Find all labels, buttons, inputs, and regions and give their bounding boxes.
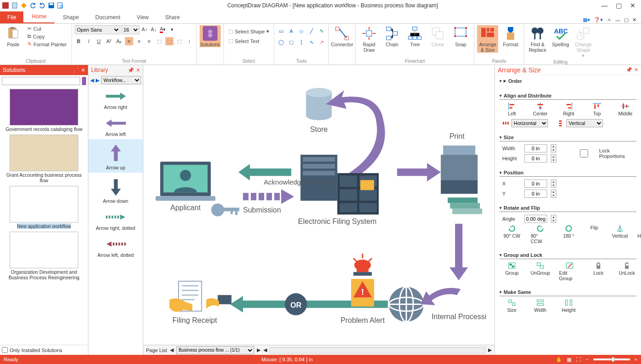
- flip-horizontal-button[interactable]: Horizontal: [639, 225, 641, 244]
- only-installed-checkbox[interactable]: [2, 347, 8, 353]
- same-height-button[interactable]: Height: [559, 299, 578, 313]
- inner-max-icon[interactable]: ▢: [624, 17, 629, 23]
- lib-next-icon[interactable]: ▶: [96, 77, 99, 83]
- library-selector[interactable]: Workflow...: [101, 76, 141, 84]
- grid-icon[interactable]: ▦▾: [583, 17, 590, 23]
- library-item[interactable]: Arrow up: [88, 139, 143, 173]
- same-width-button[interactable]: Width: [531, 299, 550, 313]
- submission-arrow[interactable]: [243, 189, 294, 204]
- help-icon[interactable]: ❓▾: [594, 17, 603, 23]
- tab-view[interactable]: View: [129, 11, 157, 23]
- align-right-button[interactable]: Right: [559, 103, 578, 116]
- zoom-out-icon[interactable]: −: [586, 357, 588, 362]
- snap-button[interactable]: Snap: [450, 25, 471, 47]
- rect-tool-icon[interactable]: ▭: [277, 27, 285, 35]
- font-size-select[interactable]: 16: [121, 25, 140, 34]
- zoom-in-icon[interactable]: +: [635, 357, 637, 362]
- flip-button[interactable]: Flip: [587, 225, 601, 244]
- page-next-icon[interactable]: ▶: [257, 347, 261, 353]
- shape-tool-icon[interactable]: ◇: [297, 27, 305, 35]
- rounded-tool-icon[interactable]: ▢: [287, 38, 295, 46]
- arrow-to-print[interactable]: [397, 163, 440, 181]
- spelling-button[interactable]: ABCSpelling: [550, 25, 571, 47]
- page-prev-icon[interactable]: ◀: [170, 347, 174, 353]
- printer-shape[interactable]: [441, 146, 482, 214]
- globe-shape[interactable]: [389, 287, 424, 321]
- close-icon[interactable]: ✕: [630, 2, 636, 9]
- solution-item[interactable]: Grant Accounting business process flow: [2, 135, 86, 183]
- solutions-logo-icon[interactable]: [82, 77, 86, 85]
- minimize-icon[interactable]: —: [601, 2, 608, 9]
- spin-up[interactable]: ▴: [551, 145, 556, 148]
- key-shape[interactable]: [211, 203, 239, 216]
- arrow-to-globe[interactable]: [421, 288, 461, 305]
- fit-icon[interactable]: ⛶: [576, 357, 581, 362]
- hand-icon[interactable]: ✋: [556, 357, 562, 363]
- pin-icon[interactable]: 📌: [73, 67, 79, 73]
- rotate-cw-button[interactable]: 90° CW: [502, 225, 521, 244]
- solution-item[interactable]: Organization Development and Business Pr…: [2, 232, 86, 280]
- inner-min-icon[interactable]: —: [615, 17, 620, 23]
- spin-down[interactable]: ▾: [551, 148, 556, 152]
- cut-button[interactable]: ✂Cut: [26, 25, 69, 32]
- ungroup-button[interactable]: UnGroup: [531, 262, 550, 281]
- collapse-ribbon-icon[interactable]: ㅅ: [607, 16, 612, 23]
- find-replace-button[interactable]: Find & Replace: [527, 25, 548, 53]
- underline-icon[interactable]: U: [95, 37, 103, 45]
- paste-button[interactable]: Paste: [3, 25, 24, 47]
- arrow-down[interactable]: [450, 224, 468, 281]
- library-item[interactable]: Arrow down: [88, 173, 143, 206]
- edit-group-button[interactable]: Edit Group: [559, 262, 580, 281]
- close-panel-icon[interactable]: ✕: [634, 67, 638, 73]
- align-middle-button[interactable]: Middle: [616, 103, 635, 116]
- lib-prev-icon[interactable]: ◀: [90, 77, 94, 83]
- flip-vertical-button[interactable]: Vertical: [610, 225, 630, 244]
- align-top-button[interactable]: Top: [587, 103, 607, 116]
- angle-input[interactable]: [524, 215, 547, 223]
- library-item[interactable]: Arrow left: [88, 112, 143, 139]
- group-button[interactable]: Group: [502, 262, 521, 281]
- subscript-icon[interactable]: A₂: [115, 37, 123, 45]
- rotate-180-button[interactable]: 180 °: [559, 225, 578, 244]
- select-shape-button[interactable]: ⬚Select Shape ▾: [227, 28, 271, 35]
- align-center-button[interactable]: Center: [531, 103, 550, 116]
- line-tool-icon[interactable]: ╱: [307, 27, 315, 35]
- solutions-search-input[interactable]: [2, 77, 80, 85]
- scroll-right-icon[interactable]: ▶: [488, 347, 492, 353]
- solution-item[interactable]: New application workflow: [2, 186, 86, 229]
- clone-button[interactable]: Clone: [427, 25, 448, 47]
- align-left-icon[interactable]: ≡: [125, 37, 133, 45]
- align-center-icon[interactable]: ≡: [135, 37, 143, 45]
- close-panel-icon[interactable]: ✕: [136, 67, 140, 73]
- undo-icon[interactable]: [29, 2, 37, 9]
- tab-document[interactable]: Document: [87, 11, 129, 23]
- tab-home[interactable]: Home: [23, 11, 54, 23]
- copy-button[interactable]: ⧉Copy: [26, 33, 69, 40]
- align-left-button[interactable]: Left: [502, 103, 521, 116]
- x-input[interactable]: [524, 179, 547, 188]
- scroll-left-icon[interactable]: ◀: [263, 347, 267, 353]
- height-input[interactable]: [524, 154, 547, 163]
- new-icon[interactable]: [11, 2, 18, 9]
- arc-tool-icon[interactable]: ⟆: [297, 38, 305, 46]
- distribute-horizontal-select[interactable]: Horizontal: [511, 119, 548, 127]
- circle-tool-icon[interactable]: ◯: [277, 38, 285, 46]
- change-shape-button[interactable]: Change Shape▾: [573, 25, 594, 59]
- preview-icon[interactable]: [57, 2, 64, 9]
- tab-shape[interactable]: Shape: [54, 11, 87, 23]
- curve-tool-icon[interactable]: ∿: [307, 38, 315, 46]
- text-orientation-icon[interactable]: ↕: [185, 37, 194, 45]
- format-button[interactable]: Format: [500, 25, 521, 47]
- lock-proportions-checkbox[interactable]: [573, 149, 595, 158]
- arrange-size-button[interactable]: Arrange & Size: [477, 25, 498, 53]
- valign-top-icon[interactable]: ⬚: [155, 37, 163, 45]
- valign-mid-icon[interactable]: ⬚: [165, 37, 174, 45]
- font-family-select[interactable]: Open Sans: [75, 25, 120, 34]
- library-item[interactable]: Arrow right, dotted: [88, 206, 143, 233]
- maximize-icon[interactable]: ▢: [616, 2, 622, 9]
- page-selector[interactable]: Business process flow ... (1/1): [176, 346, 254, 354]
- layout-icon[interactable]: ▦: [567, 357, 571, 363]
- problem-alert-shape[interactable]: !: [351, 254, 374, 307]
- shrink-font-icon[interactable]: A↓: [150, 25, 158, 33]
- format-painter-button[interactable]: ✎Format Painter: [26, 41, 69, 48]
